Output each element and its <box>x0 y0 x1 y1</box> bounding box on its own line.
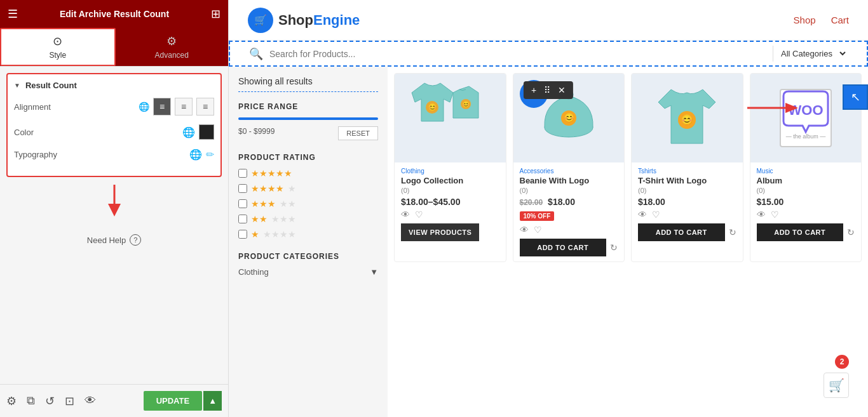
layers-icon[interactable]: ⧉ <box>27 394 35 407</box>
product-reviews-2: (0) <box>520 187 618 194</box>
search-bar-row: 🔍 All Categories + ⠿ ✕ <box>229 41 868 67</box>
old-price-2: $20.00 <box>520 198 543 207</box>
stars-1: ★ <box>251 229 259 239</box>
history-icon[interactable]: ↺ <box>45 394 55 408</box>
color-row: Color 🌐 <box>14 124 214 140</box>
category-clothing[interactable]: Clothing ▼ <box>238 267 378 277</box>
reset-btn[interactable]: RESET <box>338 126 378 140</box>
product-actions-2: 👁 ♡ <box>520 225 618 235</box>
filters-sidebar: Showing all results PRICE RANGE $0 - $99… <box>229 67 388 417</box>
refresh-icon-2[interactable]: ↻ <box>610 242 618 253</box>
float-add-btn[interactable]: + <box>529 84 539 96</box>
float-close-btn[interactable]: ✕ <box>555 84 568 96</box>
color-swatch[interactable] <box>199 124 214 140</box>
red-arrow-up-svg <box>102 185 127 223</box>
rating-4: ★★★★★ <box>238 183 378 194</box>
typo-pencil-icon[interactable]: ✏ <box>206 149 214 161</box>
tab-style[interactable]: ⊙ Style <box>0 28 116 66</box>
shop-header: 🛒 ShopEngine Shop Cart <box>229 0 868 41</box>
product-info-4: Music Album (0) $15.00 👁 ♡ ADD TO CART ↻ <box>750 162 862 246</box>
color-controls: 🌐 <box>182 124 214 140</box>
align-right-btn[interactable]: ≡ <box>196 98 214 116</box>
product-category-3: Tshirts <box>638 168 736 175</box>
product-image-1: 😊 😊 <box>395 74 506 162</box>
need-help-text: Need Help <box>87 235 126 245</box>
search-input[interactable] <box>269 49 766 59</box>
add-to-cart-btn-3[interactable]: ADD TO CART <box>638 223 725 241</box>
cursor-icon: ↖ <box>851 90 860 104</box>
add-to-cart-btn-4[interactable]: ADD TO CART <box>757 223 844 241</box>
cart-count-badge: 2 <box>835 355 849 369</box>
product-info-3: Tshirts T-Shirt With Logo (0) $18.00 👁 ♡… <box>632 162 743 246</box>
eye-icon[interactable]: 👁 <box>85 394 96 407</box>
nav-cart[interactable]: Cart <box>831 15 849 25</box>
rating-section: PRODUCT RATING ★★★★★ ★★★★★ ★★★★★ ★★★★★ <box>238 153 378 239</box>
eye-action-icon-2[interactable]: 👁 <box>520 225 529 235</box>
grid-icon[interactable]: ⊞ <box>211 7 220 21</box>
logo-svg: 🛒 <box>250 10 271 30</box>
section-arrow: ▼ <box>14 82 20 89</box>
svg-marker-1 <box>108 204 121 216</box>
rating-2-checkbox[interactable] <box>238 215 247 223</box>
nav-shop[interactable]: Shop <box>794 15 816 25</box>
eye-action-icon-1[interactable]: 👁 <box>401 209 410 220</box>
section-header: ▼ Result Count <box>14 81 214 90</box>
category-dropdown-icon: ▼ <box>370 267 378 277</box>
blue-cursor-box[interactable]: ↖ <box>843 84 868 110</box>
svg-text:😊: 😊 <box>681 114 693 126</box>
rating-1-checkbox[interactable] <box>238 230 247 239</box>
new-price-2: $18.00 <box>548 197 575 207</box>
content-row: Showing all results PRICE RANGE $0 - $99… <box>229 67 868 417</box>
heart-action-icon-2[interactable]: ♡ <box>534 225 542 235</box>
float-toolbar: + ⠿ ✕ <box>524 81 573 99</box>
category-select[interactable]: All Categories <box>773 46 848 62</box>
add-to-cart-btn-2[interactable]: ADD TO CART <box>520 239 607 256</box>
product-reviews-4: (0) <box>757 187 855 194</box>
update-dropdown-btn[interactable]: ▲ <box>203 391 222 411</box>
heart-action-icon-1[interactable]: ♡ <box>415 209 423 220</box>
alignment-globe-icon[interactable]: 🌐 <box>139 102 149 112</box>
product-card-3: 😊 Tshirts T-Shirt With Logo (0) $18.00 👁… <box>631 73 743 262</box>
update-button[interactable]: UPDATE <box>144 391 202 411</box>
need-help[interactable]: Need Help ? <box>6 228 222 252</box>
align-center-btn[interactable]: ≡ <box>175 98 193 116</box>
heart-action-icon-3[interactable]: ♡ <box>652 209 660 220</box>
view-products-btn-1[interactable]: VIEW PRODUCTS <box>401 223 479 241</box>
discount-badge-2: 10% OFF <box>520 211 555 221</box>
heart-action-icon-4[interactable]: ♡ <box>771 209 779 220</box>
rating-2: ★★★★★ <box>238 214 378 224</box>
eye-action-icon-4[interactable]: 👁 <box>757 209 766 220</box>
alignment-label: Alignment <box>14 102 51 112</box>
search-icon[interactable]: 🔍 <box>249 47 263 61</box>
rating-4-checkbox[interactable] <box>238 184 247 193</box>
product-category-4: Music <box>757 168 855 175</box>
refresh-icon-3[interactable]: ↻ <box>729 227 736 237</box>
tab-advanced[interactable]: ⚙ Advanced <box>116 28 229 66</box>
refresh-icon-4[interactable]: ↻ <box>847 227 855 237</box>
hamburger-icon[interactable]: ☰ <box>8 7 18 21</box>
update-group: UPDATE ▲ <box>144 391 222 411</box>
product-actions-1: 👁 ♡ <box>401 209 499 220</box>
product-category-2: Accessories <box>520 168 618 175</box>
cart-icon-box[interactable]: 🛒 <box>824 373 849 398</box>
section-title: Result Count <box>25 81 77 90</box>
settings-icon[interactable]: ⚙ <box>6 394 17 408</box>
price-range-bar[interactable] <box>238 117 378 120</box>
price-label: $0 - $9999 <box>238 127 275 136</box>
stars-4: ★★★★ <box>251 183 284 194</box>
stars-2-dim: ★★★ <box>271 214 296 224</box>
album-svg: WOO — the album — <box>777 86 834 150</box>
typo-globe-icon[interactable]: 🌐 <box>189 149 202 161</box>
logo-area: 🛒 ShopEngine <box>248 8 360 33</box>
svg-text:😊: 😊 <box>462 100 470 109</box>
align-left-btn[interactable]: ≡ <box>153 98 171 116</box>
rating-3-checkbox[interactable] <box>238 199 247 208</box>
float-move-btn[interactable]: ⠿ <box>541 84 553 96</box>
responsive-icon[interactable]: ⊡ <box>65 394 74 408</box>
rating-5-checkbox[interactable] <box>238 169 247 178</box>
color-globe-icon[interactable]: 🌐 <box>182 126 195 138</box>
product-info-1: Clothing Logo Collection (0) $18.00–$45.… <box>395 162 506 246</box>
stars-5: ★★★★★ <box>251 168 292 178</box>
eye-action-icon-3[interactable]: 👁 <box>638 209 647 220</box>
alignment-controls: 🌐 ≡ ≡ ≡ <box>139 98 214 116</box>
